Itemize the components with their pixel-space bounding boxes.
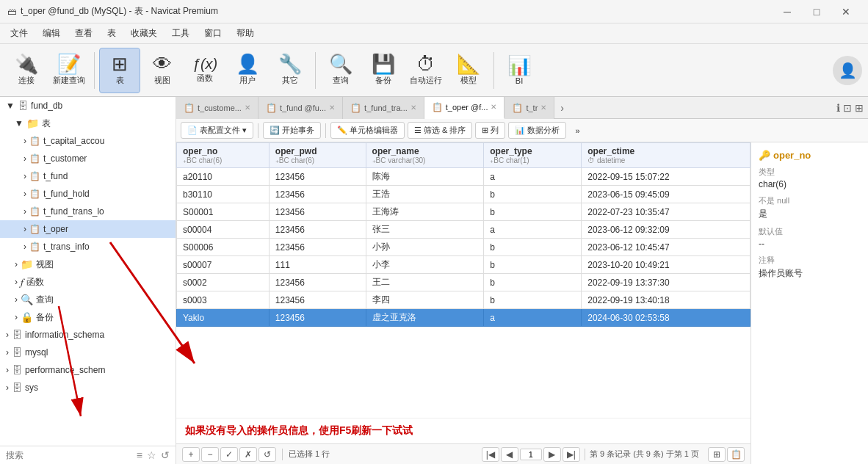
prev-page-button[interactable]: ◀ [501,447,518,462]
table-row[interactable]: s0002123456王二b2022-09-19 13:37:30 [177,274,751,291]
table-cell: 2022-09-19 13:37:30 [582,274,751,291]
sidebar-item-mysql[interactable]: › 🗄 mysql [0,344,176,361]
first-page-button[interactable]: |◀ [482,447,499,462]
table-config-button[interactable]: 📄 表配置文件 ▾ [181,122,253,139]
connect-button[interactable]: 🔌 连接 [6,48,47,93]
sidebar-item-t-capital[interactable]: › 📋 t_capital_accou [0,132,176,150]
view-button[interactable]: 👁 视图 [142,48,183,93]
tab-more-button[interactable]: › [554,102,570,114]
menu-tools[interactable]: 工具 [164,25,197,42]
model-button[interactable]: 📐 模型 [448,48,489,93]
tab-t-fund[interactable]: 📋 t_fund @fu... ✕ [258,97,343,119]
cancel-button[interactable]: ✗ [239,447,257,462]
filter-icon[interactable]: ≡ [137,449,142,461]
add-record-button[interactable]: + [182,447,200,462]
table-row[interactable]: s00004123456张三a2023-06-12 09:32:09 [177,221,751,239]
menu-window[interactable]: 窗口 [197,25,229,42]
menu-bookmarks[interactable]: 收藏夹 [123,25,164,42]
split-icon[interactable]: ⊡ [843,102,852,114]
confirm-button[interactable]: ✓ [220,447,238,462]
table-row[interactable]: S00001123456王海涛b2022-07-23 10:35:47 [177,203,751,221]
sidebar-item-tables[interactable]: ▼ 📁 表 [0,115,176,132]
maximize-button[interactable]: □ [802,0,831,23]
tab-close-button[interactable]: ✕ [245,104,250,112]
menu-view[interactable]: 查看 [68,25,100,42]
window-controls[interactable]: ─ □ ✕ [773,0,861,23]
page-input[interactable] [520,449,542,460]
sidebar-item-functions[interactable]: › 𝑓 函数 [0,273,176,291]
new-query-icon: 📝 [57,54,81,73]
sidebar-item-fund-db[interactable]: ▼ 🗄 fund_db [0,97,176,115]
next-page-button[interactable]: ▶ [543,447,561,462]
cell-editor-button[interactable]: ✏️ 单元格编辑器 [330,122,405,139]
user-button[interactable]: 👤 用户 [227,48,268,93]
star-icon[interactable]: ☆ [147,449,156,461]
other-button[interactable]: 🔧 其它 [270,48,311,93]
sidebar-item-t-fund-trans[interactable]: › 📋 t_fund_trans_lo [0,203,176,220]
tab-close-button[interactable]: ✕ [329,104,335,112]
table-row[interactable]: s00007111小李b2023-10-20 10:49:21 [177,256,751,274]
tab-t-tr[interactable]: 📋 t_tr ✕ [504,97,554,119]
table-row[interactable]: b30110123456王浩b2023-06-15 09:45:09 [177,186,751,203]
data-analysis-button[interactable]: 📊 数据分析 [508,122,566,139]
tab-t-customer[interactable]: 📋 t_custome... ✕ [176,97,258,119]
refresh-icon[interactable]: ↺ [161,449,170,461]
sidebar-item-queries[interactable]: › 🔍 查询 [0,291,176,308]
db-icon: 🗄 [12,364,22,376]
backup-button[interactable]: 💾 备份 [363,48,404,93]
query-button[interactable]: 🔍 查询 [320,48,361,93]
annotation-area: 如果没有导入的操作员信息，使用F5刷新一下试试 [176,418,751,443]
close-button[interactable]: ✕ [831,0,861,23]
menu-file[interactable]: 文件 [3,25,35,42]
function-button[interactable]: ƒ(x) 函数 [184,48,225,93]
filter-sort-button[interactable]: ☰ 筛选 & 排序 [408,122,472,139]
auto-run-button[interactable]: ⏱ 自动运行 [405,48,446,93]
table-row[interactable]: a20110123456陈海a2022-09-15 15:07:22 [177,168,751,186]
sidebar-item-t-fund-hold[interactable]: › 📋 t_fund_hold [0,185,176,203]
table-cell: b [484,274,582,291]
search-input[interactable] [6,450,132,460]
sidebar-item-sys[interactable]: › 🗄 sys [0,379,176,396]
table-button[interactable]: ⊞ 表 [99,48,140,93]
form-view-button[interactable]: 📋 [727,447,745,462]
sidebar-item-t-customer[interactable]: › 📋 t_customer [0,150,176,167]
begin-trans-button[interactable]: 🔄 开始事务 [263,122,321,139]
table-row[interactable]: S00006123456小孙b2023-06-12 10:45:47 [177,239,751,256]
delete-record-button[interactable]: − [201,447,219,462]
bi-button[interactable]: 📊 BI [499,48,540,93]
tab-close-button[interactable]: ✕ [491,103,496,111]
table-row[interactable]: Yaklo123456虚之亚克洛a2024-06-30 02:53:58 [177,309,751,327]
col-label: oper_ctime [587,146,634,156]
grid-view-button[interactable]: ⊞ [708,447,726,462]
sidebar-item-t-fund[interactable]: › 📋 t_fund [0,167,176,185]
info-icon[interactable]: ℹ [836,102,840,114]
menu-bar: 文件 编辑 查看 表 收藏夹 工具 窗口 帮助 [0,23,868,44]
refresh-button[interactable]: ↺ [258,447,276,462]
sidebar-item-t-oper[interactable]: › 📋 t_oper [0,220,176,238]
sidebar-item-info-schema[interactable]: › 🗄 information_schema [0,326,176,344]
columns-button[interactable]: ⊞ 列 [475,122,505,139]
table-cell: 王海涛 [366,203,484,221]
sidebar-item-backups[interactable]: › 🔒 备份 [0,308,176,326]
table-row[interactable]: s0003123456李四b2022-09-19 13:40:18 [177,291,751,309]
title-bar: 🗃 t_oper @fund_db (MySQL) - 表 - Navicat … [0,0,868,23]
last-page-button[interactable]: ▶| [563,447,580,462]
sidebar-item-perf-schema[interactable]: › 🗄 performance_schem [0,361,176,379]
expand-button[interactable]: » [569,124,585,137]
sidebar-item-views[interactable]: › 📁 视图 [0,255,176,273]
expand-icon: › [6,330,9,340]
tab-close-button[interactable]: ✕ [540,104,546,112]
menu-edit[interactable]: 编辑 [35,25,68,42]
tab-close-button[interactable]: ✕ [411,104,416,112]
bi-label: BI [516,76,523,85]
new-query-button[interactable]: 📝 新建查询 [48,48,90,93]
right-panel: 🔑 oper_no 类型 char(6) 不是 null 是 默认值 -- 注释… [751,142,868,464]
tab-t-fund-tra[interactable]: 📋 t_fund_tra... ✕ [343,97,424,119]
minimize-button[interactable]: ─ [773,0,802,23]
grid-icon[interactable]: ⊞ [855,102,864,114]
sidebar-item-t-trans-info[interactable]: › 📋 t_trans_info [0,238,176,255]
menu-help[interactable]: 帮助 [229,25,261,42]
menu-table[interactable]: 表 [100,25,123,42]
tab-t-oper[interactable]: 📋 t_oper @f... ✕ [424,97,505,119]
table-cell: 陈海 [366,168,484,186]
